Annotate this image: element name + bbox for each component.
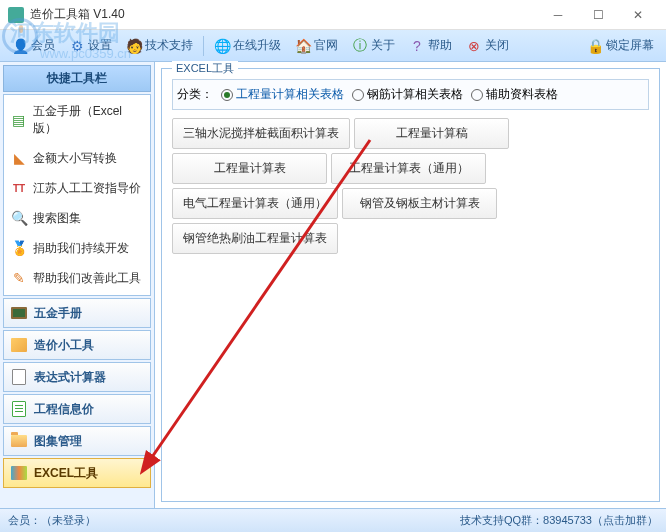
lock-icon: 🔒 (587, 38, 603, 54)
filter-row: 分类： 工程量计算相关表格 钢筋计算相关表格 辅助资料表格 (172, 79, 649, 110)
tool-button[interactable]: 钢管绝热刷油工程量计算表 (172, 223, 338, 254)
nav-project-price[interactable]: 工程信息价 (3, 394, 151, 424)
triangle-icon: ◣ (10, 149, 28, 167)
tool-button[interactable]: 电气工程量计算表（通用） (172, 188, 338, 219)
tool-button[interactable]: 三轴水泥搅拌桩截面积计算表 (172, 118, 350, 149)
filter-option-quantity[interactable]: 工程量计算相关表格 (221, 86, 344, 103)
radio-icon (352, 89, 364, 101)
sidebar-item-label: 搜索图集 (33, 210, 81, 227)
support-icon: 🧑 (126, 38, 142, 54)
sidebar-item-label: 捐助我们持续开发 (33, 240, 129, 257)
sidebar-item-amount-convert[interactable]: ◣ 金额大小写转换 (6, 143, 148, 173)
sidebar-item-label: 五金手册（Excel版） (33, 103, 144, 137)
nav-label: 表达式计算器 (34, 369, 106, 386)
sidebar-item-donate[interactable]: 🏅 捐助我们持续开发 (6, 233, 148, 263)
content-area: EXCEL工具 分类： 工程量计算相关表格 钢筋计算相关表格 辅助资料表格 (155, 62, 666, 508)
window-controls: ─ ☐ ✕ (538, 1, 658, 29)
tool-button[interactable]: 工程量计算稿 (354, 118, 509, 149)
info-icon: ⓘ (352, 38, 368, 54)
person-icon: 👤 (12, 38, 28, 54)
filter-option-rebar[interactable]: 钢筋计算相关表格 (352, 86, 463, 103)
toolbar-close[interactable]: ⊗ 关闭 (460, 34, 515, 57)
main-toolbar: 👤 会员 ⚙ 设置 🧑 技术支持 🌐 在线升级 🏠 官网 ⓘ 关于 ? 帮助 ⊗… (0, 30, 666, 62)
quick-tools-group: ▤ 五金手册（Excel版） ◣ 金额大小写转换 TT 江苏人工工资指导价 🔍 … (3, 94, 151, 296)
separator (203, 36, 204, 56)
book-icon: ▤ (10, 111, 28, 129)
toolbar-support[interactable]: 🧑 技术支持 (120, 34, 199, 57)
tool-button[interactable]: 钢管及钢板主材计算表 (342, 188, 497, 219)
filter-label: 分类： (177, 86, 213, 103)
gear-icon: ⚙ (69, 38, 85, 54)
sidebar-item-hardware-manual[interactable]: ▤ 五金手册（Excel版） (6, 97, 148, 143)
nav-label: EXCEL工具 (34, 465, 98, 482)
toolbar-label: 帮助 (428, 37, 452, 54)
nav-label: 造价小工具 (34, 337, 94, 354)
sheet-icon (10, 400, 28, 418)
support-info[interactable]: 技术支持QQ群：83945733（点击加群） (460, 513, 658, 528)
text-icon: TT (10, 179, 28, 197)
toolbar-help[interactable]: ? 帮助 (403, 34, 458, 57)
toolbar-settings[interactable]: ⚙ 设置 (63, 34, 118, 57)
sidebar-item-improve[interactable]: ✎ 帮助我们改善此工具 (6, 263, 148, 293)
radio-label: 工程量计算相关表格 (236, 86, 344, 103)
sidebar-item-label: 帮助我们改善此工具 (33, 270, 141, 287)
panel-title: EXCEL工具 (172, 61, 238, 76)
nav-label: 工程信息价 (34, 401, 94, 418)
toolbar-label: 技术支持 (145, 37, 193, 54)
radio-icon (221, 89, 233, 101)
nav-hardware-manual[interactable]: 五金手册 (3, 298, 151, 328)
tool-button[interactable]: 工程量计算表（通用） (331, 153, 486, 184)
radio-label: 辅助资料表格 (486, 86, 558, 103)
app-icon (8, 7, 24, 23)
sidebar-item-wage-guide[interactable]: TT 江苏人工工资指导价 (6, 173, 148, 203)
member-label: 会员： (8, 513, 41, 528)
toolbar-label: 关闭 (485, 37, 509, 54)
main-area: 快捷工具栏 ▤ 五金手册（Excel版） ◣ 金额大小写转换 TT 江苏人工工资… (0, 62, 666, 508)
toolbar-lock[interactable]: 🔒 锁定屏幕 (581, 34, 660, 57)
close-icon: ⊗ (466, 38, 482, 54)
help-icon: ? (409, 38, 425, 54)
titlebar: 造价工具箱 V1.40 ─ ☐ ✕ (0, 0, 666, 30)
radio-icon (471, 89, 483, 101)
toolbar-label: 设置 (88, 37, 112, 54)
folder-icon (10, 432, 28, 450)
home-icon: 🏠 (295, 38, 311, 54)
tool-grid: 三轴水泥搅拌桩截面积计算表 工程量计算稿 工程量计算表 工程量计算表（通用） 电… (172, 118, 649, 254)
sidebar-item-search-atlas[interactable]: 🔍 搜索图集 (6, 203, 148, 233)
content-panel: EXCEL工具 分类： 工程量计算相关表格 钢筋计算相关表格 辅助资料表格 (161, 68, 660, 502)
nav-cost-tools[interactable]: 造价小工具 (3, 330, 151, 360)
maximize-button[interactable]: ☐ (578, 1, 618, 29)
window-title: 造价工具箱 V1.40 (30, 6, 538, 23)
sidebar-nav: 五金手册 造价小工具 表达式计算器 工程信息价 图集管理 EXCEL工具 (3, 298, 151, 490)
nav-atlas-manage[interactable]: 图集管理 (3, 426, 151, 456)
nav-expression-calc[interactable]: 表达式计算器 (3, 362, 151, 392)
excel-icon (10, 464, 28, 482)
close-button[interactable]: ✕ (618, 1, 658, 29)
toolbar-label: 在线升级 (233, 37, 281, 54)
sidebar-header: 快捷工具栏 (3, 65, 151, 92)
nav-label: 五金手册 (34, 305, 82, 322)
toolbar-website[interactable]: 🏠 官网 (289, 34, 344, 57)
ruler-icon (10, 336, 28, 354)
globe-icon: 🌐 (214, 38, 230, 54)
toolbar-label: 关于 (371, 37, 395, 54)
calculator-icon (10, 368, 28, 386)
sidebar-item-label: 江苏人工工资指导价 (33, 180, 141, 197)
sidebar-item-label: 金额大小写转换 (33, 150, 117, 167)
medal-icon: 🏅 (10, 239, 28, 257)
toolbar-upgrade[interactable]: 🌐 在线升级 (208, 34, 287, 57)
minimize-button[interactable]: ─ (538, 1, 578, 29)
pencil-icon: ✎ (10, 269, 28, 287)
board-icon (10, 304, 28, 322)
toolbar-about[interactable]: ⓘ 关于 (346, 34, 401, 57)
nav-label: 图集管理 (34, 433, 82, 450)
nav-excel-tools[interactable]: EXCEL工具 (3, 458, 151, 488)
tool-button[interactable]: 工程量计算表 (172, 153, 327, 184)
toolbar-member[interactable]: 👤 会员 (6, 34, 61, 57)
toolbar-label: 会员 (31, 37, 55, 54)
toolbar-label: 官网 (314, 37, 338, 54)
sidebar: 快捷工具栏 ▤ 五金手册（Excel版） ◣ 金额大小写转换 TT 江苏人工工资… (0, 62, 155, 508)
filter-option-auxiliary[interactable]: 辅助资料表格 (471, 86, 558, 103)
statusbar: 会员： （未登录） 技术支持QQ群：83945733（点击加群） (0, 508, 666, 532)
radio-label: 钢筋计算相关表格 (367, 86, 463, 103)
